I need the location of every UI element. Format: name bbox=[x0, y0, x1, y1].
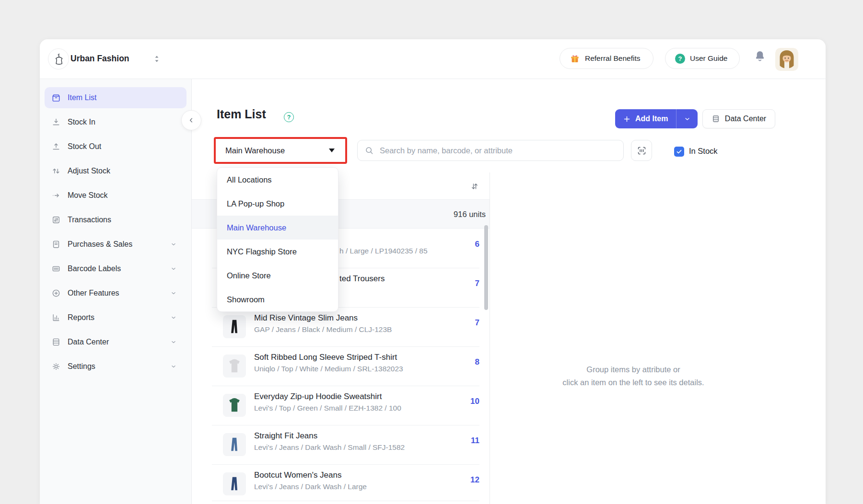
user-guide-label: User Guide bbox=[690, 54, 727, 63]
sidebar-item-label: Reports bbox=[68, 313, 94, 322]
item-attributes: GAP / Jeans / Black / Medium / CLJ-123B bbox=[254, 325, 392, 334]
user-guide-button[interactable]: ? User Guide bbox=[665, 48, 740, 69]
arrows-up-down-icon bbox=[51, 166, 61, 176]
sidebar-item-label: Data Center bbox=[68, 338, 109, 346]
sidebar-item-other-features[interactable]: Other Features bbox=[45, 283, 187, 304]
item-attributes: Levi's / Top / Green / Small / EZH-1382 … bbox=[254, 403, 401, 413]
sidebar-item-reports[interactable]: Reports bbox=[45, 307, 187, 328]
item-quantity: 8 bbox=[441, 356, 479, 368]
item-row[interactable]: Mid Rise Vintage Slim Jeans GAP / Jeans … bbox=[192, 307, 490, 346]
sidebar-item-data-center[interactable]: Data Center bbox=[45, 332, 187, 353]
gift-icon bbox=[570, 53, 580, 64]
search-bar bbox=[357, 140, 624, 161]
sidebar-item-stock-out[interactable]: Stock Out bbox=[45, 136, 187, 157]
item-name: Everyday Zip-up Hoodie Sweatshirt bbox=[254, 391, 382, 402]
item-attributes: Levi's / Jeans / Dark Wash / Large bbox=[254, 482, 367, 492]
location-option-main-warehouse[interactable]: Main Warehouse bbox=[217, 216, 338, 240]
sort-button[interactable] bbox=[468, 180, 481, 193]
database-icon bbox=[51, 337, 61, 347]
item-quantity: 10 bbox=[441, 396, 479, 407]
tshirt-hanger-icon bbox=[52, 53, 65, 66]
page-help-icon[interactable]: ? bbox=[284, 112, 294, 122]
add-item-label: Add Item bbox=[635, 115, 668, 123]
item-attributes: Levi's / Jeans / Dark Wash / Small / SFJ… bbox=[254, 443, 405, 452]
panel-divider bbox=[490, 172, 490, 504]
sidebar-item-adjust-stock[interactable]: Adjust Stock bbox=[45, 160, 187, 182]
item-row[interactable]: Straight Fit Jeans Levi's / Jeans / Dark… bbox=[192, 425, 490, 464]
sidebar-item-transactions[interactable]: Transactions bbox=[45, 209, 187, 230]
jeans-image bbox=[225, 435, 244, 454]
data-center-button[interactable]: Data Center bbox=[702, 109, 775, 128]
user-avatar[interactable] bbox=[775, 48, 798, 71]
sidebar-item-barcode-labels[interactable]: Barcode Labels bbox=[45, 258, 187, 279]
location-option-all-locations[interactable]: All Locations bbox=[217, 168, 338, 192]
detail-panel-empty-state: Group items by attribute or click an ite… bbox=[490, 363, 777, 389]
add-item-button[interactable]: Add Item bbox=[615, 109, 698, 128]
location-select[interactable]: Main Warehouse bbox=[216, 146, 329, 155]
chevron-down-icon bbox=[170, 265, 177, 272]
filled-caret-down-icon bbox=[329, 149, 335, 152]
jeans-image bbox=[225, 474, 244, 493]
in-stock-label: In Stock bbox=[689, 147, 718, 156]
location-option-nyc-flagship-store[interactable]: NYC Flagship Store bbox=[217, 240, 338, 263]
referral-benefits-label: Referral Benefits bbox=[585, 54, 640, 63]
sidebar-item-item-list[interactable]: Item List bbox=[45, 87, 187, 108]
location-dropdown-menu: All Locations LA Pop-up Shop Main Wareho… bbox=[217, 167, 338, 312]
database-icon bbox=[711, 115, 720, 123]
workspace-name: Urban Fashion bbox=[70, 54, 129, 64]
package-box-icon bbox=[51, 93, 61, 103]
box-arrows-icon bbox=[51, 215, 61, 225]
jeans-image bbox=[225, 317, 244, 336]
chevron-down-icon bbox=[170, 339, 177, 345]
in-stock-checkbox[interactable] bbox=[674, 147, 684, 157]
circle-plus-icon bbox=[51, 288, 61, 298]
chevron-down-icon bbox=[170, 314, 177, 321]
item-thumbnail bbox=[223, 315, 246, 338]
location-option-la-pop-up-shop[interactable]: LA Pop-up Shop bbox=[217, 192, 338, 216]
item-quantity: 7 bbox=[441, 278, 479, 289]
bar-chart-icon bbox=[51, 313, 61, 322]
item-thumbnail bbox=[223, 472, 246, 495]
sidebar-item-move-stock[interactable]: Move Stock bbox=[45, 185, 187, 206]
item-quantity: 11 bbox=[441, 435, 479, 447]
data-center-label: Data Center bbox=[725, 115, 766, 123]
item-row[interactable]: Soft Ribbed Long Sleeve Striped T-shirt … bbox=[192, 346, 490, 386]
referral-benefits-button[interactable]: Referral Benefits bbox=[560, 48, 653, 69]
add-item-dropdown-button[interactable] bbox=[676, 109, 698, 128]
up-down-triangles-icon bbox=[153, 55, 160, 63]
sidebar-item-label: Move Stock bbox=[68, 191, 108, 200]
item-attributes-partial: h / Large / LP1940235 / 85 bbox=[339, 246, 428, 256]
empty-state-line1: Group items by attribute or bbox=[490, 363, 777, 376]
brand-logo bbox=[48, 48, 69, 69]
document-icon bbox=[51, 240, 61, 249]
search-input[interactable] bbox=[379, 146, 617, 156]
sidebar-item-purchases-sales[interactable]: Purchases & Sales bbox=[45, 234, 187, 255]
divider bbox=[212, 501, 479, 501]
total-units: 916 units bbox=[336, 200, 486, 229]
location-option-online-store[interactable]: Online Store bbox=[217, 263, 338, 287]
item-name: Mid Rise Vintage Slim Jeans bbox=[254, 313, 358, 323]
item-name: Straight Fit Jeans bbox=[254, 431, 317, 441]
item-quantity: 12 bbox=[441, 474, 479, 486]
item-row[interactable]: Everyday Zip-up Hoodie Sweatshirt Levi's… bbox=[192, 386, 490, 425]
notifications-button[interactable] bbox=[754, 50, 766, 62]
item-row[interactable]: Bootcut Women's Jeans Levi's / Jeans / D… bbox=[192, 464, 490, 504]
chevron-down-icon bbox=[170, 241, 177, 248]
location-option-showroom[interactable]: Showroom bbox=[217, 287, 338, 311]
item-thumbnail bbox=[223, 433, 246, 456]
sidebar: Item List Stock In Stock Out Adjust Stoc… bbox=[40, 79, 192, 504]
question-circle-icon: ? bbox=[675, 54, 685, 64]
plus-icon bbox=[623, 115, 631, 123]
sidebar-collapse-button[interactable] bbox=[181, 110, 201, 130]
sidebar-item-stock-in[interactable]: Stock In bbox=[45, 112, 187, 133]
workspace-switcher[interactable] bbox=[153, 55, 160, 63]
chevron-down-icon bbox=[170, 363, 177, 370]
chevron-down-icon bbox=[170, 290, 177, 297]
check-icon bbox=[676, 149, 682, 155]
barcode-tag-icon bbox=[51, 264, 61, 274]
barcode-scan-button[interactable] bbox=[631, 140, 652, 161]
location-select-annotation: Main Warehouse bbox=[214, 137, 347, 164]
list-scrollbar-thumb[interactable] bbox=[484, 225, 488, 310]
sidebar-item-label: Stock Out bbox=[68, 142, 101, 151]
sidebar-item-settings[interactable]: Settings bbox=[45, 356, 187, 377]
